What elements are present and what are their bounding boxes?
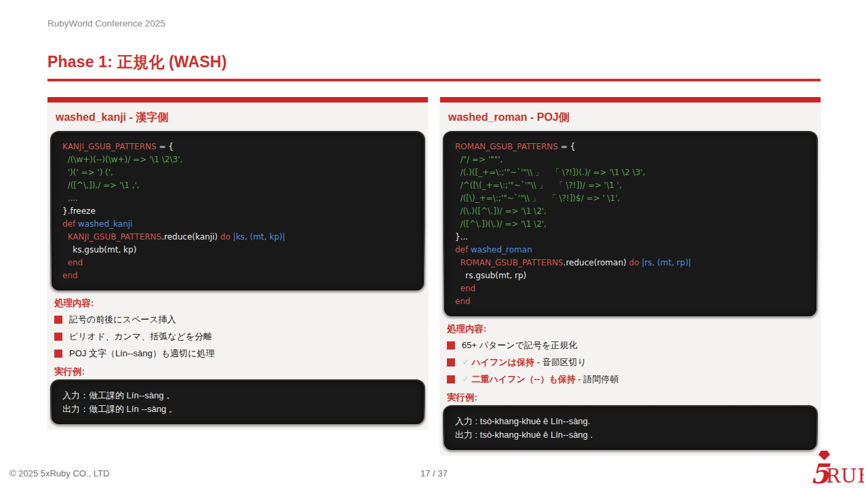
roman-code-block: ROMAN_GSUB_PATTERNS = { /"/ => '""', /(.… (444, 132, 816, 316)
example-label: 実行例: (54, 366, 421, 378)
slide: RubyWorld Conference 2025 Phase 1: 正規化 (… (0, 0, 868, 488)
content-columns: washed_kanji - 漢字側 KANJI_GSUB_PATTERNS =… (47, 97, 821, 455)
bullet-item: ✓ 二重ハイフン（--）も保持 - 語間停頓 (447, 373, 814, 386)
processing-label: 処理内容: (54, 297, 421, 309)
panel-title-washed-roman: washed_roman - POJ側 (448, 111, 812, 125)
bullet-square-icon (54, 333, 62, 341)
processing-bullet-list: 記号の前後にスペース挿入ピリオド、カンマ、括弧などを分離POJ 文字（Lín--… (54, 313, 421, 360)
bullet-item: POJ 文字（Lín--sàng）も適切に処理 (54, 347, 421, 360)
bullet-square-icon (54, 316, 62, 324)
example-block-frame: 入力：做工課的 Lín--sàng 。出力：做工課的 Lín --sàng 。 (50, 379, 425, 426)
page-number: 17 / 37 (0, 468, 868, 478)
conference-header: RubyWorld Conference 2025 (47, 18, 165, 29)
code-block-frame: KANJI_GSUB_PATTERNS = { /(\w+)(--)(\w+)/… (50, 131, 425, 292)
panel-title-washed-kanji: washed_kanji - 漢字側 (56, 111, 420, 125)
bullet-item: 65+ パターンで記号を正規化 (447, 339, 814, 352)
example-block-frame: 入力 : tsò-khang-khuè ê Lín--sàng.出力 : tsò… (443, 405, 818, 451)
5xruby-logo: 5 RUBY (810, 447, 864, 487)
bullet-square-icon (447, 341, 455, 350)
panel-washed-roman: washed_roman - POJ側 ROMAN_GSUB_PATTERNS … (440, 97, 821, 455)
title-underline (47, 79, 821, 81)
kanji-example-block: 入力：做工課的 Lín--sàng 。出力：做工課的 Lín --sàng 。 (52, 381, 424, 424)
code-block-frame: ROMAN_GSUB_PATTERNS = { /"/ => '""', /(.… (443, 131, 818, 318)
processing-label: 処理内容: (447, 323, 814, 335)
page-title: Phase 1: 正規化 (WASH) (47, 52, 821, 73)
bullet-item: 記号の前後にスペース挿入 (54, 313, 421, 326)
example-label: 実行例: (447, 392, 814, 404)
panel-accent-bar (440, 97, 821, 102)
bullet-item: ピリオド、カンマ、括弧などを分離 (54, 330, 421, 343)
bullet-square-icon (447, 375, 455, 383)
logo-ruby-text: RUBY (826, 465, 864, 487)
bullet-square-icon (447, 358, 455, 367)
5xruby-logo-svg: 5 RUBY (810, 447, 864, 487)
panel-accent-bar (47, 97, 428, 102)
roman-example-block: 入力 : tsò-khang-khuè ê Lín--sàng.出力 : tsò… (444, 407, 816, 450)
panel-washed-kanji: washed_kanji - 漢字側 KANJI_GSUB_PATTERNS =… (47, 97, 428, 430)
bullet-item: ✓ ハイフンは保持 - 音節区切り (447, 356, 814, 369)
processing-bullet-list: 65+ パターンで記号を正規化✓ ハイフンは保持 - 音節区切り✓ 二重ハイフン… (447, 339, 814, 386)
kanji-code-block: KANJI_GSUB_PATTERNS = { /(\w+)(--)(\w+)/… (52, 132, 424, 290)
bullet-square-icon (54, 350, 62, 358)
title-block: Phase 1: 正規化 (WASH) (47, 52, 821, 81)
